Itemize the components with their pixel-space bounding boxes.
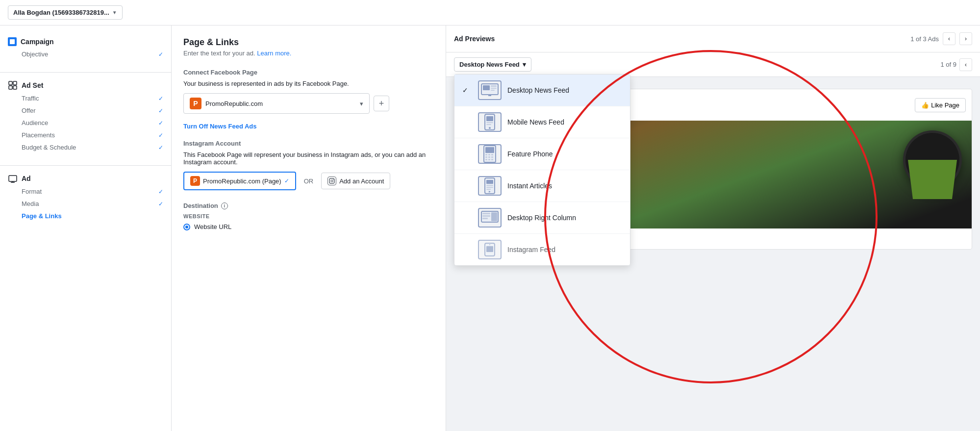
offer-label: Offer: [22, 107, 36, 114]
website-url-radio[interactable]: [183, 224, 190, 230]
sidebar-item-format[interactable]: Format ✓: [22, 185, 163, 198]
instant-articles-icon: [478, 176, 502, 196]
sidebar-item-media[interactable]: Media ✓: [22, 198, 163, 210]
connect-fb-label: Connect Facebook Page: [183, 69, 434, 76]
svg-rect-13: [491, 85, 497, 87]
sidebar-section-ad: Ad Format ✓ Media ✓ Page & Links: [0, 170, 171, 230]
svg-rect-24: [485, 147, 494, 153]
svg-rect-1: [9, 81, 12, 85]
instagram-page-button[interactable]: P PromoRepublic.com (Page) ✓: [183, 172, 296, 190]
dropdown-item-feature-phone[interactable]: ✓: [454, 138, 630, 170]
sidebar-section-adset: Ad Set Traffic ✓ Offer ✓ Audience ✓: [0, 76, 171, 161]
media-label: Media: [22, 200, 39, 207]
thumbs-up-icon: 👍: [921, 101, 929, 109]
sidebar-item-page-links[interactable]: Page & Links: [22, 210, 163, 222]
placements-check: ✓: [158, 132, 163, 139]
fb-page-chevron-icon: ▾: [360, 100, 363, 107]
sidebar-item-objective[interactable]: Objective ✓: [22, 48, 163, 60]
account-label: Alla Bogdan (15693386732819...: [13, 9, 109, 16]
sidebar: Campaign Objective ✓: [0, 25, 172, 431]
dropdown-item-mobile-news-feed[interactable]: ✓ Mobile News Feed: [454, 106, 630, 138]
website-url-option[interactable]: Website URL: [183, 223, 434, 230]
destination-section: Destination i WEBSITE Website URL: [183, 202, 434, 230]
desktop-news-feed-icon: [478, 80, 502, 100]
dropdown-item-desktop-news-feed[interactable]: ✓: [454, 75, 630, 106]
svg-rect-36: [486, 185, 493, 186]
desktop-news-feed-label: Desktop News Feed: [507, 86, 569, 94]
next-ad-button[interactable]: ›: [959, 32, 972, 45]
preview-counter: 1 of 9 ‹: [940, 58, 972, 71]
website-label: WEBSITE: [183, 213, 434, 219]
feature-phone-label: Feature Phone: [507, 150, 553, 158]
svg-rect-46: [486, 246, 493, 252]
sidebar-item-placements[interactable]: Placements ✓: [22, 129, 163, 141]
sidebar-item-budget[interactable]: Budget & Schedule ✓: [22, 141, 163, 153]
desktop-right-column-label: Desktop Right Column: [507, 214, 576, 222]
svg-rect-38: [486, 189, 491, 190]
feature-phone-icon: [478, 144, 502, 164]
svg-rect-5: [9, 176, 17, 181]
campaign-icon: [8, 37, 17, 46]
connect-fb-desc: Your business is represented in ads by i…: [183, 80, 434, 87]
svg-point-9: [331, 180, 333, 182]
instagram-page-name: PromoRepublic.com (Page): [203, 177, 281, 185]
sidebar-item-offer[interactable]: Offer ✓: [22, 104, 163, 117]
sidebar-item-audience[interactable]: Audience ✓: [22, 117, 163, 129]
panel-title: Page & Links: [183, 37, 434, 48]
svg-rect-44: [482, 218, 488, 219]
prev-preview-button[interactable]: ‹: [959, 58, 972, 71]
svg-rect-25: [485, 154, 487, 155]
svg-rect-21: [486, 124, 491, 125]
turn-off-link[interactable]: Turn Off News Feed Ads: [183, 123, 257, 130]
svg-rect-0: [10, 39, 15, 44]
feed-dropdown-chevron-icon: ▾: [523, 61, 526, 68]
svg-rect-30: [491, 156, 493, 158]
add-account-label: Add an Account: [339, 177, 384, 185]
budget-check: ✓: [158, 144, 163, 151]
feed-type-menu: ✓: [454, 74, 630, 266]
ad-icon: [8, 174, 18, 183]
svg-rect-2: [13, 81, 17, 85]
like-page-label: Like Page: [931, 101, 959, 109]
add-page-button[interactable]: +: [374, 96, 389, 111]
svg-rect-15: [491, 90, 495, 91]
instagram-fb-icon: P: [190, 176, 200, 186]
preview-sub-header: Desktop News Feed ▾ 1 of 9 ‹ ✓: [446, 52, 980, 77]
panel-subtitle: Enter the text for your ad. Learn more.: [183, 50, 434, 57]
ad-title: Ad: [22, 175, 31, 182]
dropdown-item-instagram-feed[interactable]: ✓ Instagram Feed: [454, 234, 630, 265]
destination-label: Destination: [183, 202, 218, 209]
adset-icon: [8, 80, 18, 90]
feed-type-dropdown[interactable]: Desktop News Feed ▾: [454, 57, 531, 72]
selected-check-icon: ✓: [462, 86, 472, 94]
fb-page-name: PromoRepublic.com: [205, 100, 356, 107]
mobile-news-feed-label: Mobile News Feed: [507, 118, 564, 126]
instagram-feed-icon: [478, 240, 502, 259]
audience-label: Audience: [22, 119, 48, 127]
mobile-news-feed-icon: [478, 112, 502, 132]
like-page-button[interactable]: 👍 Like Page: [915, 98, 966, 112]
instagram-label: Instagram Account: [183, 140, 434, 147]
fb-page-dropdown[interactable]: P PromoRepublic.com ▾: [183, 93, 370, 114]
feed-type-label: Desktop News Feed: [459, 61, 520, 68]
sidebar-item-traffic[interactable]: Traffic ✓: [22, 92, 163, 104]
audience-check: ✓: [158, 120, 163, 127]
svg-rect-43: [482, 215, 490, 217]
page-links-panel: Page & Links Enter the text for your ad.…: [172, 25, 446, 431]
dropdown-item-desktop-right[interactable]: ✓ Desktop Right Column: [454, 202, 630, 234]
svg-rect-37: [486, 187, 493, 188]
account-dropdown[interactable]: Alla Bogdan (15693386732819... ▼: [8, 5, 123, 20]
ad-previews-header: Ad Previews 1 of 3 Ads ‹ ›: [446, 25, 980, 52]
svg-rect-27: [491, 154, 493, 155]
traffic-check: ✓: [158, 95, 163, 102]
ad-previews-title: Ad Previews: [454, 35, 495, 43]
objective-label: Objective: [22, 51, 48, 58]
dropdown-item-instant-articles[interactable]: ✓ Instan: [454, 170, 630, 202]
prev-ad-button[interactable]: ‹: [943, 32, 955, 45]
add-account-button[interactable]: Add an Account: [321, 173, 390, 189]
learn-more-link[interactable]: Learn more.: [257, 50, 291, 57]
destination-info-icon[interactable]: i: [221, 203, 228, 209]
page-links-label: Page & Links: [22, 212, 62, 220]
svg-rect-31: [485, 159, 487, 160]
ad-previews-panel: Ad Previews 1 of 3 Ads ‹ › Desktop News …: [446, 25, 980, 431]
